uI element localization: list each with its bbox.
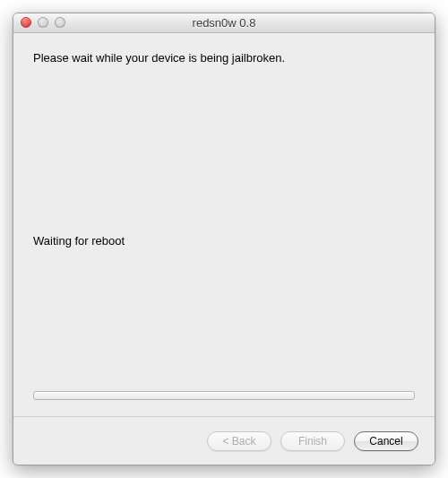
finish-button: Finish: [280, 431, 345, 451]
progress-bar: [33, 391, 415, 400]
instruction-text: Please wait while your device is being j…: [33, 51, 415, 65]
window-controls: [21, 17, 65, 28]
app-window: redsn0w 0.8 Please wait while your devic…: [13, 13, 435, 465]
close-icon[interactable]: [21, 17, 31, 28]
cancel-button[interactable]: Cancel: [354, 431, 418, 451]
zoom-icon: [55, 17, 65, 28]
footer: < Back Finish Cancel: [13, 416, 435, 465]
status-text: Waiting for reboot: [33, 234, 125, 248]
back-button: < Back: [207, 431, 271, 451]
window-title: redsn0w 0.8: [193, 16, 256, 30]
minimize-icon: [38, 17, 48, 28]
content-area: Please wait while your device is being j…: [13, 33, 435, 416]
titlebar: redsn0w 0.8: [13, 13, 435, 33]
